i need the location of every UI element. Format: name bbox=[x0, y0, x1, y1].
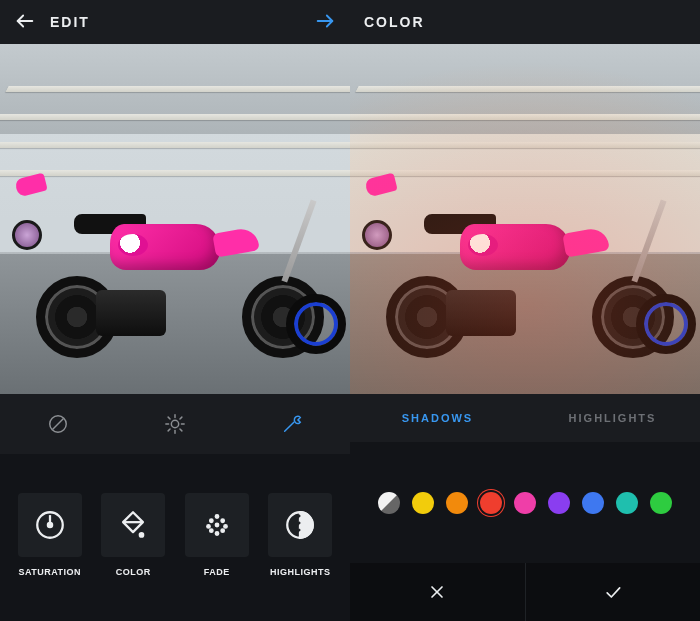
tool-strip bbox=[0, 394, 350, 454]
saturation-icon bbox=[33, 508, 67, 542]
svg-point-23 bbox=[209, 528, 212, 531]
edit-title: EDIT bbox=[50, 14, 314, 30]
color-title: COLOR bbox=[364, 14, 686, 30]
edit-options: SATURATION COLOR FADE HIGHLIGHTS bbox=[0, 454, 350, 621]
tools-tool[interactable] bbox=[272, 404, 312, 444]
edit-highlights[interactable]: HIGHLIGHTS bbox=[268, 493, 332, 577]
color-tabs: SHADOWS HIGHLIGHTS bbox=[350, 394, 700, 442]
adjust-tool[interactable] bbox=[38, 404, 78, 444]
swatch-red[interactable] bbox=[480, 492, 502, 514]
edit-topbar: EDIT bbox=[0, 0, 350, 44]
swatch-purple[interactable] bbox=[548, 492, 570, 514]
highlights-icon bbox=[283, 508, 317, 542]
color-photo bbox=[350, 44, 700, 394]
edit-label: HIGHLIGHTS bbox=[270, 567, 331, 577]
svg-line-12 bbox=[180, 417, 182, 419]
svg-point-16 bbox=[139, 532, 145, 538]
back-button[interactable] bbox=[14, 10, 36, 35]
tab-shadows[interactable]: SHADOWS bbox=[350, 394, 525, 442]
edit-color[interactable]: COLOR bbox=[101, 493, 165, 577]
color-screen: COLOR bbox=[350, 0, 700, 621]
edit-saturation[interactable]: SATURATION bbox=[18, 493, 82, 577]
edit-label: FADE bbox=[204, 567, 230, 577]
edit-fade[interactable]: FADE bbox=[185, 493, 249, 577]
svg-point-24 bbox=[221, 528, 224, 531]
svg-point-20 bbox=[207, 524, 210, 527]
swatch-yellow[interactable] bbox=[412, 492, 434, 514]
brightness-tool[interactable] bbox=[155, 404, 195, 444]
swatch-green[interactable] bbox=[650, 492, 672, 514]
svg-point-15 bbox=[48, 522, 52, 526]
svg-line-9 bbox=[168, 417, 170, 419]
fade-icon bbox=[200, 508, 234, 542]
cancel-button[interactable] bbox=[350, 563, 525, 621]
check-icon bbox=[603, 582, 623, 602]
confirm-button[interactable] bbox=[525, 563, 701, 621]
color-drop-icon bbox=[116, 508, 150, 542]
swatch-teal[interactable] bbox=[616, 492, 638, 514]
next-button[interactable] bbox=[314, 10, 336, 35]
swatch-blue[interactable] bbox=[582, 492, 604, 514]
svg-point-25 bbox=[215, 531, 218, 534]
color-swatches bbox=[350, 442, 700, 563]
svg-point-22 bbox=[224, 524, 227, 527]
svg-point-4 bbox=[171, 420, 178, 427]
swatch-orange[interactable] bbox=[446, 492, 468, 514]
tab-highlights[interactable]: HIGHLIGHTS bbox=[525, 394, 700, 442]
edit-photo bbox=[0, 44, 350, 394]
adjust-icon bbox=[47, 413, 69, 435]
arrow-right-icon bbox=[314, 10, 336, 32]
svg-point-21 bbox=[215, 523, 218, 526]
svg-point-18 bbox=[209, 519, 212, 522]
swatch-pink[interactable] bbox=[514, 492, 536, 514]
edit-screen: EDIT bbox=[0, 0, 350, 621]
edit-label: COLOR bbox=[116, 567, 151, 577]
svg-line-28 bbox=[292, 522, 300, 530]
svg-line-3 bbox=[53, 419, 64, 430]
color-topbar: COLOR bbox=[350, 0, 700, 44]
edit-label: SATURATION bbox=[18, 567, 81, 577]
svg-line-10 bbox=[180, 429, 182, 431]
brightness-icon bbox=[164, 413, 186, 435]
arrow-left-icon bbox=[14, 10, 36, 32]
color-actions bbox=[350, 563, 700, 621]
svg-point-17 bbox=[215, 514, 218, 517]
swatch-none[interactable] bbox=[378, 492, 400, 514]
close-icon bbox=[427, 582, 447, 602]
svg-line-11 bbox=[168, 429, 170, 431]
wrench-icon bbox=[281, 413, 303, 435]
svg-point-19 bbox=[221, 519, 224, 522]
